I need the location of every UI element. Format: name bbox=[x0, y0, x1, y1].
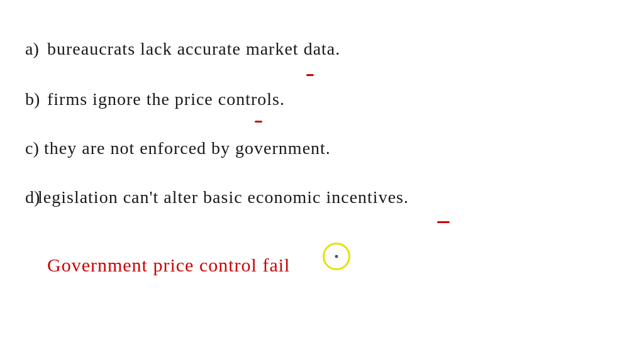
line-c-text: they are not enforced by government. bbox=[44, 138, 331, 158]
cursor-circle bbox=[323, 243, 350, 270]
line-d-text: legislation can't alter basic economic i… bbox=[38, 187, 409, 207]
page-content: a) bureaucrats lack accurate market data… bbox=[0, 0, 644, 362]
line-b-text: firms ignore the price controls. bbox=[47, 89, 285, 109]
label-b: b) bbox=[25, 89, 40, 109]
label-a: a) bbox=[25, 39, 39, 59]
cursor-dot bbox=[335, 255, 338, 258]
label-c: c) bbox=[25, 138, 39, 158]
red-mark-2 bbox=[255, 121, 262, 123]
red-mark-1 bbox=[306, 74, 314, 76]
line-a-text: bureaucrats lack accurate market data. bbox=[47, 39, 340, 59]
red-mark-3 bbox=[437, 221, 450, 223]
bottom-red-text: Government price control fail bbox=[47, 255, 290, 276]
